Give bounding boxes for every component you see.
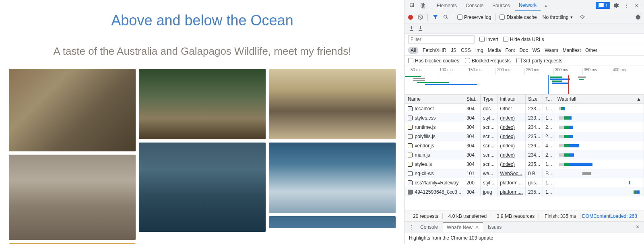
network-row[interactable]: css?family=Raleway 200 styl... platform.… [405,178,644,187]
download-icon[interactable] [417,25,423,32]
status-transferred: 4.0 kB transferred [444,213,491,219]
type-filter-css[interactable]: CSS [461,48,471,53]
filter-bar: Invert Hide data URLs [405,34,644,45]
type-filter-font[interactable]: Font [505,48,515,53]
col-name[interactable]: Name [405,95,464,104]
status-dcl: DOMContentLoaded: 268 [582,213,637,219]
gallery-image[interactable] [269,216,396,228]
tab-network[interactable]: Network [515,0,541,11]
network-toolbar: Preserve log Disable cache No throttling… [405,11,644,23]
col-status[interactable]: Stat.. [464,95,480,104]
inspect-icon[interactable] [407,1,417,10]
issues-badge[interactable]: 1 [596,2,610,9]
type-filter-fetch/xhr[interactable]: Fetch/XHR [423,48,446,53]
close-icon[interactable]: ✕ [632,1,642,10]
network-row[interactable]: styles.css 304 styl... (index) 233... 1.… [405,113,644,122]
col-size[interactable]: Size [526,95,543,104]
drawer-tab-issues[interactable]: Issues [484,222,506,232]
gallery-image[interactable] [9,69,136,151]
col-time[interactable]: T... [543,95,555,104]
svg-point-4 [444,15,447,19]
gear-icon[interactable] [611,1,621,10]
timeline-overview[interactable]: 50 ms100 ms150 ms200 ms250 ms300 ms350 m… [405,66,644,94]
svg-point-5 [582,19,582,19]
gallery-image[interactable] [9,155,136,240]
status-finish: Finish: 335 ms [541,213,580,219]
more-tabs-icon[interactable]: » [541,1,551,10]
hide-dataurls-checkbox[interactable]: Hide data URLs [503,37,544,42]
devtools-tabs: Elements Console Sources Network » 1 ⋮ ✕ [405,0,644,11]
drawer-tab-whatsnew[interactable]: What's New✕ [443,222,483,232]
tab-console[interactable]: Console [462,0,487,11]
har-toolbar [405,23,644,34]
type-filter-ws[interactable]: WS [533,48,540,53]
kebab-icon[interactable]: ⋮ [407,224,415,230]
page-subtitle: A taste of the Australia and Galapagos W… [9,45,396,58]
devtools-panel: Elements Console Sources Network » 1 ⋮ ✕… [405,0,644,244]
status-bar: 20 requests 4.0 kB transferred 3.9 MB re… [405,211,644,221]
kebab-icon[interactable]: ⋮ [621,1,631,10]
web-page: Above and below the Ocean A taste of the… [0,0,405,244]
invert-checkbox[interactable]: Invert [479,37,498,42]
network-row[interactable]: vendor.js 304 scri... (index) 236... 4..… [405,141,644,150]
close-icon[interactable]: ✕ [475,225,479,230]
type-filter-img[interactable]: Img [475,48,483,53]
col-initiator[interactable]: Initiator [497,95,526,104]
tab-sources[interactable]: Sources [488,0,514,11]
status-resources: 3.9 MB resources [493,213,539,219]
preserve-log-checkbox[interactable]: Preserve log [457,14,491,20]
throttling-select[interactable]: No throttling ▼ [541,14,575,21]
network-row[interactable]: 49412593648_8cc3... 304 jpeg platform...… [405,187,644,196]
filter-input[interactable] [408,35,475,43]
network-table: Name Stat.. Type Initiator Size T... Wat… [405,94,644,211]
device-toggle-icon[interactable] [418,1,427,10]
search-icon[interactable] [442,14,449,21]
network-row[interactable]: polyfills.js 304 scri... (index) 235... … [405,132,644,141]
gear-icon[interactable] [634,14,641,21]
tab-elements[interactable]: Elements [433,0,461,11]
record-button[interactable] [408,15,413,20]
type-filter-all[interactable]: All [408,47,418,54]
blocked-cookies-checkbox[interactable]: Has blocked cookies [408,58,459,64]
drawer-tab-console[interactable]: Console [416,222,442,232]
type-filter-other[interactable]: Other [585,48,597,53]
filter-icon[interactable] [432,14,438,21]
clear-icon[interactable] [417,14,423,21]
network-row[interactable]: runtime.js 304 scri... (index) 234... 2.… [405,122,644,132]
type-filter-media[interactable]: Media [488,48,501,53]
type-filter: AllFetch/XHRJSCSSImgMediaFontDocWSWasmMa… [405,45,644,56]
network-row[interactable]: ng-cli-ws 101 we... WebSoc... 0 B P... [405,169,644,178]
thirdparty-checkbox[interactable]: 3rd-party requests [516,58,562,64]
close-icon[interactable]: ✕ [634,224,642,230]
network-row[interactable]: localhost 304 doc... Other 233... 1... [405,104,644,114]
drawer: ⋮ Console What's New✕ Issues ✕ Highlight… [405,221,644,244]
col-waterfall[interactable]: Waterfall▲ [555,95,644,104]
network-row[interactable]: main.js 304 scri... (index) 234... 2... [405,150,644,159]
status-requests: 20 requests [409,213,443,219]
upload-icon[interactable] [408,25,415,32]
disable-cache-checkbox[interactable]: Disable cache [500,14,537,20]
page-title: Above and below the Ocean [9,12,396,29]
gallery-image[interactable] [269,143,396,213]
type-filter-js[interactable]: JS [451,48,456,53]
col-type[interactable]: Type [480,95,497,104]
blocked-requests-checkbox[interactable]: Blocked Requests [465,58,511,64]
gallery-image[interactable] [139,69,266,139]
gallery-image[interactable] [269,69,396,139]
network-conditions-icon[interactable] [579,14,585,21]
gallery-image[interactable] [139,143,266,232]
drawer-content: Highlights from the Chrome 103 update [405,233,644,244]
type-filter-doc[interactable]: Doc [519,48,528,53]
type-filter-wasm[interactable]: Wasm [545,48,558,53]
type-filter-manifest[interactable]: Manifest [563,48,581,53]
network-row[interactable]: styles.js 304 scri... (index) 235... 1..… [405,159,644,169]
image-gallery [9,69,396,244]
blocked-filter: Has blocked cookies Blocked Requests 3rd… [405,56,644,66]
